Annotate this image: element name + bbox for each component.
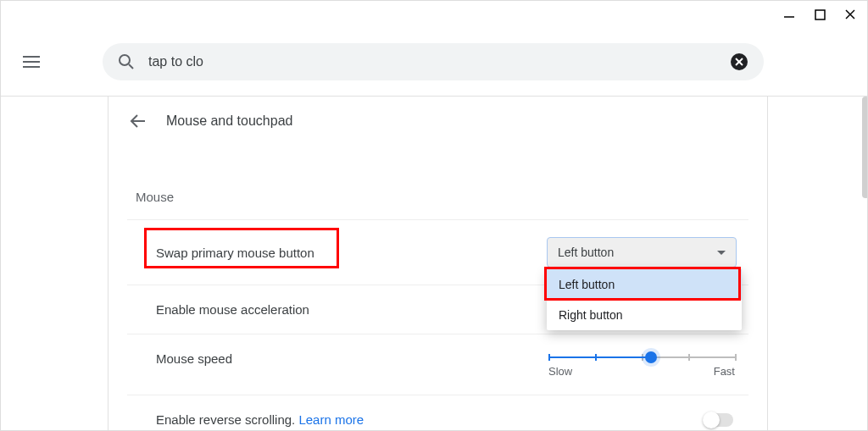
close-button[interactable] (843, 8, 857, 21)
app-header (1, 1, 867, 97)
setting-speed: Mouse speed Slow Fast (127, 334, 748, 395)
slider-low-label: Slow (548, 365, 572, 378)
minimize-button[interactable] (782, 8, 796, 21)
menu-button[interactable] (21, 52, 42, 72)
close-circle-icon (730, 52, 748, 71)
arrow-left-icon (129, 112, 147, 130)
dropdown-trigger[interactable]: Left button (547, 237, 737, 268)
setting-reverse: Enable reverse scrolling. Learn more (127, 395, 748, 431)
search-icon (118, 53, 135, 70)
content-area: Mouse and touchpad Mouse Swap primary mo… (1, 97, 868, 431)
section-label: Mouse (136, 190, 748, 204)
speed-slider[interactable]: Slow Fast (548, 351, 735, 378)
divider (108, 97, 108, 431)
search-input[interactable] (148, 54, 716, 69)
maximize-button[interactable] (813, 8, 826, 21)
svg-line-8 (129, 64, 133, 69)
settings-page: Mouse and touchpad Mouse Swap primary mo… (108, 97, 767, 431)
slider-track[interactable] (548, 356, 735, 358)
slider-thumb[interactable] (645, 351, 657, 363)
swap-dropdown[interactable]: Left button Left button Right button (547, 237, 737, 268)
window-controls (782, 8, 857, 21)
setting-label-speed: Mouse speed (156, 351, 232, 366)
setting-swap-primary: Swap primary mouse button Left button Le… (127, 219, 748, 285)
toggle-knob (703, 412, 720, 428)
scrollbar[interactable] (862, 97, 868, 198)
page-title: Mouse and touchpad (166, 113, 292, 129)
learn-more-link[interactable]: Learn more (298, 412, 364, 427)
divider (767, 97, 768, 431)
dropdown-menu: Left button Right button (547, 269, 742, 330)
setting-label-accel: Enable mouse acceleration (156, 302, 309, 317)
option-label: Left button (559, 278, 615, 291)
hamburger-icon (23, 55, 40, 69)
slider-high-label: Fast (714, 365, 735, 378)
setting-label-swap: Swap primary mouse button (156, 246, 314, 260)
back-button[interactable] (129, 112, 147, 130)
reverse-toggle[interactable] (704, 413, 733, 427)
search-box[interactable] (103, 43, 764, 80)
label-text: Enable reverse scrolling. (156, 412, 298, 427)
clear-search-button[interactable] (730, 52, 748, 71)
page-header: Mouse and touchpad (127, 97, 748, 147)
option-label: Right button (559, 308, 623, 322)
dropdown-option-right[interactable]: Right button (547, 300, 742, 330)
dropdown-option-left[interactable]: Left button (547, 269, 742, 300)
chevron-down-icon (717, 251, 726, 255)
setting-label-reverse: Enable reverse scrolling. Learn more (156, 412, 364, 427)
svg-point-7 (120, 55, 130, 65)
dropdown-selected: Left button (558, 246, 614, 259)
svg-rect-1 (815, 10, 825, 19)
